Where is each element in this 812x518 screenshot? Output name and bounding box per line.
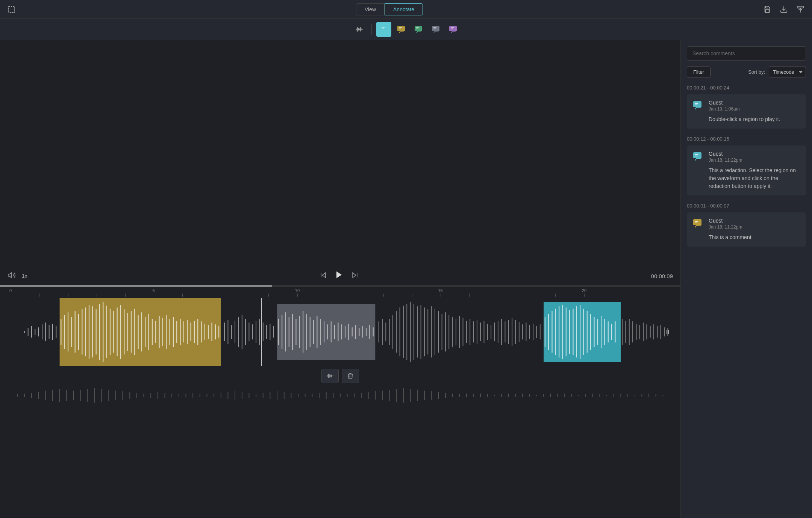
ruler-tick bbox=[383, 294, 384, 297]
filter-sort-row: Filter Sort by: Timecode Date Author bbox=[687, 67, 806, 77]
top-bar-left bbox=[6, 4, 17, 15]
ruler-inner: 0 5 10 15 20 bbox=[11, 287, 670, 298]
comment-group-1: 00:00:21 - 00:00:24 Guest bbox=[687, 85, 806, 129]
ruler-tick bbox=[182, 294, 183, 297]
comment-card-2[interactable]: Guest Jan 18, 11:22pm This a redaction. … bbox=[687, 145, 806, 195]
waveform-svg bbox=[11, 298, 670, 366]
volume-btn[interactable] bbox=[8, 271, 16, 281]
ruler-tick bbox=[555, 294, 556, 297]
download-icon-btn[interactable] bbox=[778, 4, 789, 15]
ruler-tick bbox=[613, 294, 613, 297]
timeline-ruler: 0 5 10 15 20 bbox=[0, 287, 680, 298]
time-display: 00:00:09 bbox=[651, 273, 673, 279]
comment-icon-1 bbox=[692, 100, 704, 112]
ruler-label-0: 0 bbox=[9, 288, 12, 293]
tab-view[interactable]: View bbox=[356, 3, 385, 15]
comment-card-3[interactable]: Guest Jan 18, 11:22pm This is a comment. bbox=[687, 212, 806, 247]
comment-timestamp-2: 00:00:12 - 00:00:15 bbox=[687, 136, 806, 142]
comment-teal-btn[interactable] bbox=[376, 22, 391, 37]
speed-label: 1x bbox=[22, 273, 27, 279]
comments-sidebar: Filter Sort by: Timecode Date Author 00:… bbox=[680, 40, 812, 518]
comment-card-1[interactable]: Guest Jan 19, 1:06am Double-click a regi… bbox=[687, 94, 806, 129]
ruler-tick bbox=[154, 294, 154, 297]
top-bar-right bbox=[762, 4, 806, 15]
skip-back-btn[interactable] bbox=[320, 271, 327, 281]
comment-group-3: 00:00:01 - 00:00:07 Guest bbox=[687, 203, 806, 247]
crop-icon-btn[interactable] bbox=[6, 4, 17, 15]
main-content: 1x bbox=[0, 40, 812, 518]
comment-icon-3 bbox=[692, 218, 704, 230]
ruler-tick bbox=[441, 294, 441, 297]
export-icon-btn[interactable] bbox=[795, 4, 806, 15]
ruler-tick bbox=[326, 294, 326, 297]
ruler-label-10: 10 bbox=[295, 288, 300, 293]
comment-timestamp-3: 00:00:01 - 00:00:07 bbox=[687, 203, 806, 209]
ruler-tick bbox=[97, 294, 97, 297]
mini-waveform-bars bbox=[18, 388, 663, 403]
ruler-tick bbox=[297, 294, 298, 297]
comment-green-btn[interactable] bbox=[411, 22, 426, 37]
waveform-tool-btn[interactable] bbox=[352, 22, 367, 37]
ruler-tick bbox=[584, 294, 585, 297]
skip-forward-btn[interactable] bbox=[351, 271, 359, 281]
ruler-tick bbox=[240, 294, 240, 297]
region-gray[interactable] bbox=[277, 304, 375, 360]
comment-date-2: Jan 18, 11:22pm bbox=[709, 158, 742, 163]
ruler-tick bbox=[469, 294, 470, 297]
sort-select[interactable]: Timecode Date Author bbox=[769, 67, 806, 77]
comment-date-1: Jan 19, 1:06am bbox=[709, 106, 740, 112]
waveform-canvas[interactable]: ⏸ bbox=[11, 298, 670, 366]
toolbar-divider bbox=[371, 24, 372, 35]
svg-rect-23 bbox=[432, 26, 439, 31]
svg-rect-20 bbox=[415, 26, 422, 31]
comment-icon-2 bbox=[692, 151, 704, 163]
comment-text-1: Double-click a region to play it. bbox=[709, 115, 801, 123]
ruler-tick bbox=[355, 294, 355, 297]
svg-rect-0 bbox=[9, 6, 15, 12]
sidebar-content: Filter Sort by: Timecode Date Author 00:… bbox=[681, 40, 812, 518]
comment-header-3: Guest Jan 18, 11:22pm bbox=[692, 218, 801, 230]
svg-rect-14 bbox=[380, 26, 388, 31]
filter-button[interactable]: Filter bbox=[687, 67, 710, 77]
ruler-label-20: 20 bbox=[582, 288, 586, 293]
ruler-tick bbox=[39, 294, 39, 297]
ruler-tick bbox=[412, 294, 412, 297]
comment-header-1: Guest Jan 19, 1:06am bbox=[692, 100, 801, 112]
ruler-tick bbox=[268, 294, 269, 297]
svg-rect-26 bbox=[449, 26, 457, 31]
tab-annotate[interactable]: Annotate bbox=[385, 3, 423, 15]
ruler-tick bbox=[125, 294, 126, 297]
comment-timestamp-1: 00:00:21 - 00:00:24 bbox=[687, 85, 806, 91]
comment-gray-btn[interactable] bbox=[428, 22, 443, 37]
svg-rect-322 bbox=[693, 152, 701, 158]
tab-bar: View Annotate bbox=[356, 3, 423, 15]
region-yellow[interactable] bbox=[60, 298, 221, 366]
svg-marker-32 bbox=[336, 271, 342, 278]
sort-label: Sort by: bbox=[748, 69, 765, 75]
playhead bbox=[261, 298, 262, 366]
ruler-tick bbox=[642, 294, 642, 297]
search-comments-input[interactable] bbox=[687, 46, 806, 61]
svg-marker-30 bbox=[323, 273, 326, 277]
comment-yellow-btn[interactable] bbox=[394, 22, 409, 37]
comment-author-3: Guest bbox=[709, 218, 742, 224]
waveform-area: 1x bbox=[0, 40, 680, 518]
annotation-toolbar bbox=[0, 19, 812, 40]
svg-rect-325 bbox=[693, 219, 701, 225]
comment-meta-3: Guest Jan 18, 11:22pm bbox=[709, 218, 742, 230]
comment-author-1: Guest bbox=[709, 100, 740, 106]
ruler-tick bbox=[527, 294, 527, 297]
redact-waveform-btn[interactable] bbox=[321, 369, 339, 383]
mini-waveform[interactable] bbox=[11, 386, 670, 405]
ruler-tick bbox=[498, 294, 498, 297]
ruler-label-15: 15 bbox=[438, 288, 442, 293]
ruler-label-5: 5 bbox=[153, 288, 155, 293]
play-btn[interactable] bbox=[335, 270, 344, 282]
playback-controls: 1x bbox=[0, 267, 680, 285]
save-icon-btn[interactable] bbox=[762, 4, 773, 15]
delete-region-btn[interactable] bbox=[342, 369, 359, 383]
comment-group-2: 00:00:12 - 00:00:15 Guest bbox=[687, 136, 806, 195]
comment-pink-btn[interactable] bbox=[445, 22, 461, 37]
transport-controls bbox=[33, 270, 645, 282]
comment-text-2: This a redaction. Select the region on t… bbox=[709, 167, 801, 190]
